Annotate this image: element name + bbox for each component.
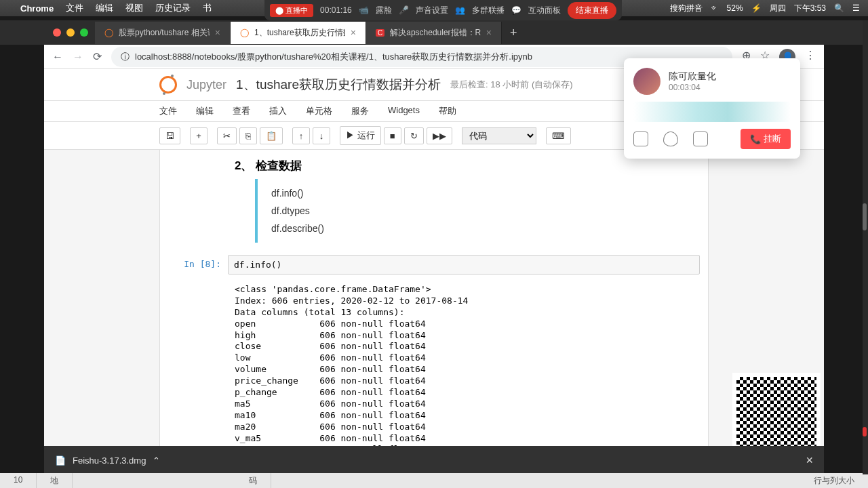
move-down-button[interactable]: ↓ [313,127,330,144]
markdown-heading[interactable]: 2、 检查数据 [160,155,708,179]
search-icon[interactable]: 🔍 [834,3,844,13]
multi-stream[interactable]: 多群联播 [472,5,505,16]
jp-menu-widgets[interactable]: Widgets [388,105,420,117]
copy-button[interactable]: ⎘ [239,127,257,144]
hangup-button[interactable]: 📞 挂断 [741,129,791,149]
app-name[interactable]: Chrome [20,3,54,14]
jp-menu-file[interactable]: 文件 [159,105,177,117]
microphone-icon[interactable] [663,131,678,146]
jp-menu-insert[interactable]: 插入 [269,105,287,117]
jp-menu-kernel[interactable]: 服务 [351,105,369,117]
url-text: localhost:8888/notebooks/股票python/tushar… [135,51,532,63]
tab-2[interactable]: C 解决apscheduler报错：Run time... × [366,22,502,44]
restart-button[interactable]: ↻ [404,127,424,144]
menu-icon[interactable]: ⋮ [805,49,816,65]
row-col-size: 行与列大小 [800,473,868,488]
reload-button[interactable]: ⟳ [93,50,102,63]
right-app-edge [863,20,868,474]
notebook-title[interactable]: 1、tushare获取历史行情数据并分析 [236,76,441,94]
file-icon: 📄 [55,455,66,466]
stop-button[interactable]: ■ [384,127,401,144]
tab-title: 解决apscheduler报错：Run time... [390,27,481,39]
maximize-window[interactable] [80,28,88,37]
jp-menu-edit[interactable]: 编辑 [196,105,214,117]
face-toggle[interactable]: 露脸 [376,5,392,16]
cut-button[interactable]: ✂ [217,127,237,144]
chevron-up-icon[interactable]: ⌃ [153,455,160,466]
menu-view[interactable]: 视图 [125,2,143,14]
info-icon[interactable]: ⓘ [121,51,130,63]
mic-icon[interactable]: 🎤 [399,5,409,15]
checkpoint-label: 最后检查: 18 小时前 (自动保存) [450,79,573,91]
jupyter-brand: Jupyter [186,78,226,92]
menu-bookmark[interactable]: 书 [203,2,212,14]
call-duration: 00:03:04 [669,83,716,92]
cell-b: 码 [235,473,271,488]
ime-indicator[interactable]: 搜狗拼音 [670,3,703,14]
jp-menu-help[interactable]: 帮助 [439,105,456,117]
jp-menu-view[interactable]: 查看 [233,105,250,117]
wifi-icon[interactable]: ᯤ [711,3,719,13]
close-icon[interactable]: × [215,27,220,38]
panel-icon[interactable]: 💬 [511,5,521,15]
tab-1[interactable]: ◯ 1、tushare获取历史行情数据并... × [231,22,366,44]
tab-0[interactable]: ◯ 股票python/tushare 相关课程/ × [95,22,231,44]
charge-icon: ⚡ [751,3,762,13]
group-icon[interactable]: 👥 [455,5,465,15]
md-line: df.info() [271,184,708,202]
close-icon[interactable]: × [806,453,813,468]
cell-output: <class 'pandas.core.frame.DataFrame'> In… [235,284,708,449]
close-icon[interactable]: × [486,27,492,38]
call-popup: 陈可欣量化 00:03:04 📞 挂断 [624,58,800,159]
tab-favicon: C [376,29,384,37]
camera-icon[interactable]: 📹 [359,5,369,15]
md-line: df.describe() [271,220,708,237]
fastforward-button[interactable]: ▶▶ [427,127,452,144]
live-badge: ⬤ 直播中 [270,4,313,17]
control-center-icon[interactable]: ☰ [852,3,860,13]
menu-history[interactable]: 历史记录 [155,2,191,14]
end-stream-button[interactable]: 结束直播 [568,2,616,19]
download-filename[interactable]: Feishu-3.17.3.dmg [73,455,146,466]
keyboard-button[interactable]: ⌨ [546,127,571,144]
move-up-button[interactable]: ↑ [292,127,310,144]
close-icon[interactable]: × [351,27,356,38]
minimize-window[interactable] [66,28,75,37]
cell-index: 10 [0,473,37,488]
add-cell-button[interactable]: + [190,127,208,144]
code-cell[interactable]: In [8]: df.info() [160,255,708,274]
sound-settings[interactable]: 声音设置 [416,5,448,16]
tab-favicon: ◯ [104,28,113,37]
interactive-panel[interactable]: 互动面板 [528,5,561,16]
run-button[interactable]: ▶ 运行 [340,126,381,145]
notebook-area: 2、 检查数据 df.info() df.dtypes df.describe(… [159,150,709,449]
close-window[interactable] [53,28,61,37]
download-bar: 📄 Feishu-3.17.3.dmg ⌃ × [44,446,824,474]
code-input[interactable]: df.info() [228,255,700,274]
stream-control-bar: ⬤ 直播中 00:01:16 📹 露脸 🎤 声音设置 👥 多群联播 💬 互动面板… [264,0,622,20]
tab-title: 股票python/tushare 相关课程/ [119,27,210,39]
back-button[interactable]: ← [52,51,63,63]
jp-menu-cell[interactable]: 单元格 [306,105,332,117]
forward-button[interactable]: → [73,51,83,63]
scroll-handle[interactable] [863,203,867,230]
caller-name: 陈可欣量化 [669,70,716,83]
caller-avatar [633,68,660,95]
celltype-select[interactable]: 代码 [462,127,536,144]
paste-button[interactable]: 📋 [260,127,283,144]
menu-edit[interactable]: 编辑 [96,2,113,14]
cell-a: 地 [37,473,73,488]
save-button[interactable]: 🖫 [159,127,180,144]
window-controls [53,28,88,37]
tab-favicon: ◯ [240,28,249,37]
chat-icon[interactable] [633,131,648,146]
markdown-cell[interactable]: df.info() df.dtypes df.describe() [255,179,708,243]
browser-tab-bar: ◯ 股票python/tushare 相关课程/ × ◯ 1、tushare获取… [0,20,868,45]
audio-wave [633,102,791,122]
md-line: df.dtypes [271,202,708,220]
input-prompt: In [8]: [160,255,228,274]
new-tab-button[interactable]: + [502,26,526,40]
jupyter-logo-icon[interactable] [159,76,177,94]
video-icon[interactable] [693,131,708,146]
menu-file[interactable]: 文件 [66,2,83,14]
